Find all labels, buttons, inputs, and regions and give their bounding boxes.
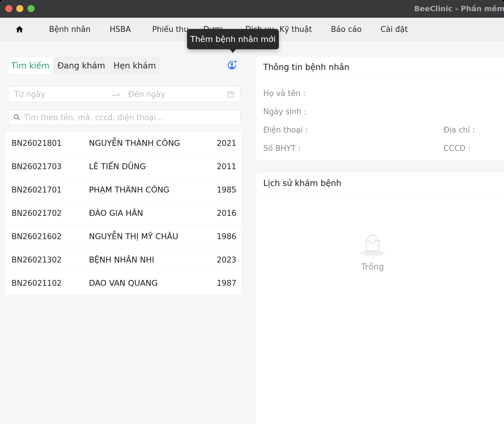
minimize-button[interactable] [16, 5, 23, 12]
tooltip-add-patient: Thêm bệnh nhân mới [187, 29, 279, 49]
patient-code: BN26021102 [12, 272, 62, 295]
patient-birth-year: 2021 [217, 132, 236, 155]
content-area: Tìm kiếm Đang khám Hẹn khám Từ ngày Đến … [0, 41, 504, 424]
patient-name: PHẠM THÀNH CÔNG [89, 178, 170, 201]
patient-code: BN26021702 [12, 202, 62, 225]
patient-birth-year: 1986 [217, 225, 236, 248]
patient-list: BN26021801NGUYỄN THÀNH CÔNG2021BN2602170… [6, 132, 241, 295]
patient-code: BN26021302 [12, 248, 62, 271]
nav-home-button[interactable] [15, 25, 24, 33]
field-label: Họ và tên : [263, 89, 305, 98]
patient-birth-year: 1985 [217, 178, 236, 201]
field-dien-thoai: Điện thoại : Địa chỉ : [263, 121, 504, 139]
patient-birth-year: 2023 [217, 248, 236, 271]
patient-name: DAO VAN QUANG [89, 272, 158, 295]
field-label: Điện thoại : [263, 125, 308, 134]
tooltip-text: Thêm bệnh nhân mới [190, 35, 275, 44]
patient-code: BN26021602 [12, 225, 62, 248]
field-dia-chi: Địa chỉ : [443, 121, 475, 139]
patient-name: BỆNH NHÂN NHI [89, 248, 154, 271]
field-ngay-sinh: Ngày sinh : [263, 102, 504, 121]
empty-box-icon [356, 229, 389, 257]
patient-name: LÊ TIẾN DŨNG [89, 155, 146, 178]
tab-label: Hẹn khám [113, 61, 156, 71]
patient-code: BN26021703 [12, 155, 62, 178]
patient-name: NGUYỄN THỊ MỸ CHÂU [89, 225, 178, 248]
date-range-picker[interactable]: Từ ngày Đến ngày [8, 86, 240, 102]
tab-label: Tìm kiếm [11, 61, 50, 71]
nav-item-hsba[interactable]: HSBA [110, 18, 131, 41]
nav-item-benh-nhan[interactable]: Bệnh nhân [49, 18, 90, 41]
nav-item-cai-dat[interactable]: Cài đặt [381, 18, 408, 41]
calendar-icon[interactable] [227, 90, 234, 98]
home-icon [15, 25, 24, 33]
field-label: Ngày sinh : [263, 107, 306, 116]
empty-state: Trống [256, 229, 489, 272]
patient-birth-year: 2016 [217, 202, 236, 225]
patient-info-card: Thông tin bệnh nhân Họ và tên : Ngày sin… [256, 56, 504, 161]
close-button[interactable] [5, 5, 12, 12]
search-placeholder: Tìm theo tên, mã, cccd, điện thoại... [24, 113, 163, 122]
patient-code: BN26021701 [12, 178, 62, 201]
patient-search-input[interactable]: Tìm theo tên, mã, cccd, điện thoại... [8, 110, 240, 125]
patient-row[interactable]: BN26021602NGUYỄN THỊ MỸ CHÂU1986 [6, 225, 241, 248]
date-to-input[interactable]: Đến ngày [128, 90, 227, 99]
window-title: BeeClinic - Phần mềm q [414, 0, 504, 18]
patient-row[interactable]: BN26021701PHẠM THÀNH CÔNG1985 [6, 178, 241, 202]
field-ho-va-ten: Họ và tên : [263, 84, 504, 102]
patient-birth-year: 2011 [217, 155, 236, 178]
nav-item-phieu-thu[interactable]: Phiếu thu [152, 18, 188, 41]
patient-row[interactable]: BN26021702ĐÀO GIA HÂN2016 [6, 202, 241, 225]
tooltip-arrow-icon [229, 49, 236, 53]
zoom-button[interactable] [27, 5, 35, 12]
patient-info-title: Thông tin bệnh nhân [256, 56, 504, 78]
search-icon [13, 113, 20, 122]
patient-info-body: Họ và tên : Ngày sinh : Điện thoại : Địa… [256, 78, 504, 157]
patient-birth-year: 1987 [217, 272, 236, 295]
patient-row[interactable]: BN26021102DAO VAN QUANG1987 [6, 272, 241, 295]
user-add-icon [226, 59, 238, 71]
nav-item-ky-thuat[interactable]: Kỹ thuật [279, 18, 312, 41]
patient-code: BN26021801 [12, 132, 62, 155]
patient-row[interactable]: BN26021703LÊ TIẾN DŨNG2011 [6, 155, 241, 178]
nav-item-bao-cao[interactable]: Báo cáo [331, 18, 362, 41]
history-title: Lịch sử khám bệnh [256, 172, 504, 194]
field-so-bhyt: Số BHYT : CCCD : [263, 139, 504, 157]
field-cccd: CCCD : [443, 139, 471, 157]
add-patient-button[interactable] [226, 59, 238, 71]
tab-dang-kham[interactable]: Đang khám [54, 57, 109, 74]
empty-text: Trống [256, 262, 489, 272]
date-from-input[interactable]: Từ ngày [14, 90, 112, 99]
patient-name: NGUYỄN THÀNH CÔNG [89, 132, 180, 155]
titlebar: BeeClinic - Phần mềm q [0, 0, 504, 18]
tab-hen-kham[interactable]: Hẹn khám [110, 57, 160, 74]
app-window: BeeClinic - Phần mềm q Bệnh nhân HSBA Ph… [0, 0, 504, 424]
patient-name: ĐÀO GIA HÂN [89, 202, 143, 225]
tab-tim-kiem[interactable]: Tìm kiếm [8, 57, 53, 74]
history-card: Lịch sử khám bệnh Trống [256, 172, 504, 424]
tab-label: Đang khám [57, 61, 105, 71]
patient-row[interactable]: BN26021302BỆNH NHÂN NHI2023 [6, 248, 241, 272]
field-label: Số BHYT : [263, 144, 301, 153]
patient-row[interactable]: BN26021801NGUYỄN THÀNH CÔNG2021 [6, 132, 241, 155]
swap-right-icon [112, 91, 128, 97]
